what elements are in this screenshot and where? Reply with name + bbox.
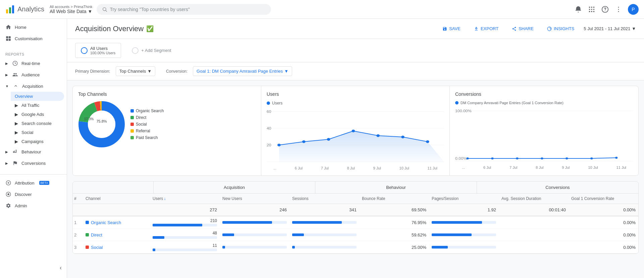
date-range-selector[interactable]: 5 Jul 2021 - 11 Jul 2021 ▼ xyxy=(584,26,636,31)
svg-point-60 xyxy=(590,157,593,159)
verified-icon: ✅ xyxy=(146,25,154,32)
svg-point-55 xyxy=(466,157,469,159)
help-icon[interactable] xyxy=(601,5,609,13)
channel-direct[interactable]: Direct xyxy=(86,232,147,237)
header-actions: SAVE EXPORT SHARE INSIGHTS xyxy=(438,24,578,33)
svg-point-7 xyxy=(593,6,595,8)
col-pages-session[interactable]: Pages/Session xyxy=(429,194,499,204)
avatar[interactable]: P xyxy=(628,4,639,15)
col-sessions[interactable]: Sessions xyxy=(289,194,359,204)
sidebar-item-acquisition[interactable]: ▼ Acquisition xyxy=(0,80,64,92)
legend-organic-search: Organic Search xyxy=(130,109,164,113)
svg-point-44 xyxy=(277,144,281,146)
svg-point-48 xyxy=(376,134,380,137)
summary-pages-session: 1.92 xyxy=(429,204,499,216)
top-channels-panel: Top Channels 75.8% xyxy=(73,86,261,176)
svg-point-58 xyxy=(541,157,543,159)
reports-label: REPORTS xyxy=(0,50,67,58)
legend-direct: Direct xyxy=(130,115,164,120)
top-channels-title: Top Channels xyxy=(78,91,256,97)
share-button[interactable]: SHARE xyxy=(508,24,538,33)
svg-rect-0 xyxy=(6,9,8,13)
apps-icon[interactable] xyxy=(588,5,596,13)
svg-point-9 xyxy=(591,9,592,10)
sidebar-item-behaviour[interactable]: ▶ Behaviour xyxy=(0,146,64,157)
users-x-labels: ...6 Jul7 Jul8 Jul9 Jul10 Jul11 Jul xyxy=(267,166,444,170)
save-icon xyxy=(442,26,447,31)
col-new-users[interactable]: New Users xyxy=(220,194,289,204)
channel-social[interactable]: Social xyxy=(86,245,147,250)
add-segment-btn[interactable]: + Add Segment xyxy=(126,45,176,57)
svg-rect-20 xyxy=(9,36,11,38)
col-avg-duration[interactable]: Avg. Session Duration xyxy=(499,194,569,204)
col-bounce-rate[interactable]: Bounce Rate xyxy=(359,194,429,204)
insights-button[interactable]: INSIGHTS xyxy=(543,24,578,33)
sidebar-item-attribution[interactable]: Attribution BETA xyxy=(0,177,64,189)
legend-social: Social xyxy=(130,122,164,127)
audience-icon xyxy=(12,72,18,78)
sidebar-item-search-console[interactable]: ▶ Search console xyxy=(11,119,64,128)
search-bar[interactable]: Try searching "Top countries by users" xyxy=(97,4,271,15)
sidebar-item-social[interactable]: ▶ Social xyxy=(11,128,64,137)
sidebar-item-realtime[interactable]: ▶ Real-time xyxy=(0,58,64,69)
analytics-logo-icon xyxy=(5,5,15,14)
svg-point-13 xyxy=(593,11,595,12)
property-selector[interactable]: All Web Site Data ▼ xyxy=(50,9,92,14)
pie-container: 75.8% 17.3% Organic Search Direct xyxy=(78,101,256,148)
search-icon xyxy=(102,7,107,12)
realtime-icon xyxy=(12,60,18,66)
sidebar-item-overview[interactable]: Overview xyxy=(11,92,64,101)
acquisition-icon xyxy=(13,83,19,89)
svg-text:100.00%: 100.00% xyxy=(455,109,472,113)
main-layout: Home Customisation REPORTS ▶ Real-time ▶ xyxy=(0,19,644,278)
svg-point-61 xyxy=(615,157,618,159)
svg-point-57 xyxy=(516,157,518,159)
summary-new-users: 246 xyxy=(220,204,289,216)
svg-rect-1 xyxy=(9,7,11,13)
svg-point-50 xyxy=(426,140,429,143)
channel-organic-search[interactable]: Organic Search xyxy=(86,220,147,225)
logo: Analytics xyxy=(5,5,44,14)
insights-icon xyxy=(547,26,552,31)
attribution-beta-badge: BETA xyxy=(39,181,50,185)
svg-point-26 xyxy=(7,193,9,195)
sidebar-item-google-ads[interactable]: ▶ Google Ads xyxy=(11,110,64,119)
data-table: Acquisition Behaviour Conversions # Chan… xyxy=(72,181,639,254)
primary-dimension-select[interactable]: Top Channels ▼ xyxy=(116,66,155,76)
sidebar-item-customisation[interactable]: Customisation xyxy=(0,33,64,44)
sidebar-item-admin[interactable]: Admin xyxy=(0,200,64,211)
content-area: Acquisition Overview ✅ SAVE EXPORT SHAR xyxy=(67,19,644,278)
svg-rect-2 xyxy=(12,5,14,13)
conversion-select[interactable]: Goal 1: DM Company Amravati Page Entries… xyxy=(193,66,292,76)
svg-marker-43 xyxy=(279,131,444,162)
sidebar-item-campaigns[interactable]: ▶ Campaigns xyxy=(11,137,64,146)
sidebar-collapse-btn[interactable]: ‹ xyxy=(60,264,62,271)
sidebar-item-home[interactable]: Home xyxy=(0,21,64,33)
export-button[interactable]: EXPORT xyxy=(470,24,502,33)
svg-point-3 xyxy=(103,7,106,10)
conversions-chart-area: 100.00% 0.00% ...6 Jul7 Jul8 Jul9 Jul xyxy=(455,108,633,169)
svg-text:20: 20 xyxy=(267,143,271,147)
save-button[interactable]: SAVE xyxy=(438,24,465,33)
summary-users: 272 xyxy=(150,204,220,216)
all-users-segment[interactable]: All Users 100.00% Users xyxy=(75,43,121,58)
svg-point-12 xyxy=(591,11,592,12)
svg-rect-19 xyxy=(6,36,8,38)
sidebar-item-all-traffic[interactable]: ▶ All Traffic xyxy=(11,101,64,110)
svg-text:17.3%: 17.3% xyxy=(84,117,94,121)
more-icon[interactable] xyxy=(614,5,623,13)
svg-point-59 xyxy=(566,157,568,159)
svg-text:60: 60 xyxy=(267,110,271,114)
notification-icon[interactable] xyxy=(574,5,582,13)
page-title-row: Acquisition Overview ✅ xyxy=(75,24,154,33)
table-row: 3 Social 11 xyxy=(73,241,638,254)
sidebar-item-discover[interactable]: Discover xyxy=(0,189,64,200)
svg-rect-22 xyxy=(9,39,11,41)
topbar-actions: P xyxy=(574,4,639,15)
col-goal1-rate[interactable]: Goal 1 Conversion Rate xyxy=(569,194,638,204)
dimension-bar: Primary Dimension: Top Channels ▼ Conver… xyxy=(67,62,644,80)
col-users[interactable]: Users ↓ xyxy=(150,194,220,204)
sidebar-item-audience[interactable]: ▶ Audience xyxy=(0,69,64,80)
primary-dim-label: Primary Dimension: xyxy=(75,69,110,74)
sidebar-item-conversions[interactable]: ▶ Conversions xyxy=(0,157,64,169)
